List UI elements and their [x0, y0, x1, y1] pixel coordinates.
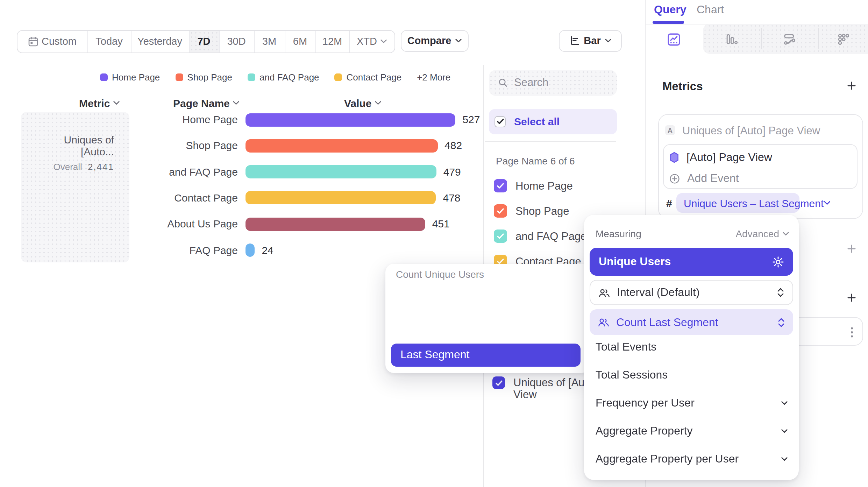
- insights-chart-tab-icon-active[interactable]: [667, 33, 681, 46]
- bar-about-us-page[interactable]: [245, 217, 425, 231]
- event-card: [Auto] Page View Add Event: [663, 144, 858, 189]
- table-row[interactable]: FAQ Page 24: [0, 243, 483, 257]
- filter-item-shop-page[interactable]: Shop Page: [494, 204, 569, 218]
- table-row[interactable]: Shop Page 482: [0, 139, 483, 153]
- add-breakdown-icon[interactable]: [847, 293, 856, 302]
- retention-tab-icon[interactable]: [838, 33, 849, 44]
- option-frequency-per-user[interactable]: Frequency per User: [596, 397, 788, 409]
- measurement-label: Unique Users – Last Segment: [684, 197, 824, 209]
- checkbox-checked[interactable]: [494, 230, 507, 243]
- bar-contact-page[interactable]: [245, 191, 436, 205]
- chevron-down-icon: [783, 232, 789, 236]
- chevron-down-icon: [781, 457, 788, 461]
- table-row[interactable]: Home Page 527: [0, 113, 483, 127]
- date-range-label: 6M: [293, 36, 307, 47]
- option-count-last-segment[interactable]: Count Last Segment: [590, 309, 793, 335]
- advanced-toggle[interactable]: Advanced: [735, 228, 789, 239]
- table-row[interactable]: and FAQ Page 479: [0, 165, 483, 179]
- search-input[interactable]: Search: [489, 70, 617, 96]
- kebab-menu-icon[interactable]: [850, 327, 853, 338]
- checkbox-checked[interactable]: [494, 204, 507, 218]
- chevron-down-icon: [824, 201, 830, 205]
- filter-item-home-page[interactable]: Home Page: [494, 179, 573, 192]
- option-label: Last Segment: [400, 349, 469, 361]
- checkbox-checked[interactable]: [492, 376, 505, 389]
- bar-faq-page[interactable]: [245, 244, 255, 257]
- filter-item-label: Home Page: [515, 179, 573, 192]
- funnel-bars-tab-icon[interactable]: [725, 33, 738, 45]
- date-range-yesterday[interactable]: Yesterday: [131, 30, 189, 52]
- option-last-segment-selected[interactable]: Last Segment: [391, 343, 581, 367]
- legend-label: and FAQ Page: [259, 72, 319, 83]
- row-label: FAQ Page: [0, 243, 238, 257]
- table-row[interactable]: Contact Page 478: [0, 191, 483, 205]
- select-all-label: Select all: [514, 115, 560, 127]
- select-all-row[interactable]: Select all: [489, 109, 617, 134]
- add-event-label: Add Event: [687, 172, 739, 185]
- date-range-30d[interactable]: 30D: [219, 30, 254, 52]
- date-range-12m[interactable]: 12M: [316, 30, 349, 52]
- add-metric-icon[interactable]: [847, 81, 856, 90]
- column-header-page-name[interactable]: Page Name: [173, 98, 240, 108]
- filter-item-and-faq-page[interactable]: and FAQ Page: [494, 230, 586, 243]
- segment-count-popup: Count Unique Users Every Segment (Defaul…: [385, 264, 590, 373]
- bar-shop-page[interactable]: [245, 139, 437, 153]
- date-range-label: Today: [95, 36, 122, 47]
- date-range-group: Custom Today Yesterday 7D 30D 3M 6M 12M …: [16, 30, 395, 53]
- legend-item[interactable]: Contact Page: [335, 72, 402, 83]
- tab-chart[interactable]: Chart: [697, 3, 724, 16]
- legend-item[interactable]: Home Page: [100, 72, 160, 83]
- date-range-label: Yesterday: [137, 36, 182, 47]
- legend-item[interactable]: and FAQ Page: [248, 72, 319, 83]
- add-event-row[interactable]: Add Event: [669, 172, 739, 185]
- filter-item-label: and FAQ Page: [515, 230, 586, 242]
- date-range-3m[interactable]: 3M: [254, 30, 285, 52]
- date-range-custom[interactable]: Custom: [17, 30, 88, 52]
- option-label: Aggregate Property per User: [596, 453, 739, 465]
- bar-home-page[interactable]: [245, 113, 455, 126]
- row-label: Contact Page: [0, 191, 238, 205]
- date-range-7d-selected[interactable]: 7D: [189, 30, 219, 52]
- date-range-label: 12M: [322, 36, 342, 47]
- search-icon: [498, 78, 508, 88]
- insights-report-screen: Custom Today Yesterday 7D 30D 3M 6M 12M …: [0, 0, 868, 487]
- measurement-selector[interactable]: Unique Users – Last Segment: [676, 193, 799, 213]
- check-icon: [495, 380, 503, 386]
- metric-summary-cell[interactable]: Uniques of [Auto... Overall2,441: [21, 112, 129, 262]
- chart-legend: Home Page Shop Page and FAQ Page Contact…: [100, 72, 450, 83]
- chart-type-button[interactable]: Bar: [559, 30, 621, 51]
- chevron-up-down-icon: [778, 317, 785, 327]
- event-row[interactable]: [Auto] Page View: [669, 151, 772, 164]
- option-total-sessions[interactable]: Total Sessions: [596, 369, 788, 381]
- date-range-label: Custom: [42, 36, 77, 47]
- option-aggregate-property-per-user[interactable]: Aggregate Property per User: [596, 453, 788, 465]
- option-interval-default[interactable]: Interval (Default): [590, 280, 793, 305]
- column-header-value[interactable]: Value: [344, 98, 381, 108]
- option-aggregate-property[interactable]: Aggregate Property: [596, 425, 788, 437]
- metric-series-line2: View: [513, 388, 537, 400]
- compare-button[interactable]: Compare: [401, 30, 468, 51]
- gear-icon[interactable]: [772, 256, 784, 268]
- legend-item[interactable]: Shop Page: [175, 72, 232, 83]
- date-range-label: 7D: [197, 36, 210, 47]
- tab-query-active[interactable]: Query: [654, 3, 686, 16]
- flows-tab-icon[interactable]: [783, 34, 796, 45]
- compare-label: Compare: [407, 35, 451, 46]
- date-range-label: XTD: [357, 36, 377, 47]
- select-all-checkbox[interactable]: [495, 116, 506, 127]
- option-unique-users-selected[interactable]: Unique Users: [590, 248, 793, 276]
- date-range-xtd[interactable]: XTD: [349, 30, 394, 52]
- option-label: Aggregate Property: [596, 425, 693, 437]
- table-row[interactable]: About Us Page 451: [0, 217, 483, 231]
- metrics-heading: Metrics: [662, 79, 703, 93]
- filter-item-metric-series[interactable]: Uniques of [Auto View: [492, 376, 593, 390]
- add-filter-icon[interactable]: [847, 244, 856, 253]
- date-range-today[interactable]: Today: [88, 30, 131, 52]
- option-total-events[interactable]: Total Events: [596, 341, 788, 353]
- date-range-6m[interactable]: 6M: [285, 30, 316, 52]
- checkbox-checked[interactable]: [494, 179, 507, 192]
- column-header-metric[interactable]: Metric: [79, 98, 120, 108]
- measuring-label: Measuring: [596, 228, 641, 239]
- legend-more-link[interactable]: +2 More: [417, 72, 450, 83]
- bar-and-faq-page[interactable]: [245, 165, 436, 178]
